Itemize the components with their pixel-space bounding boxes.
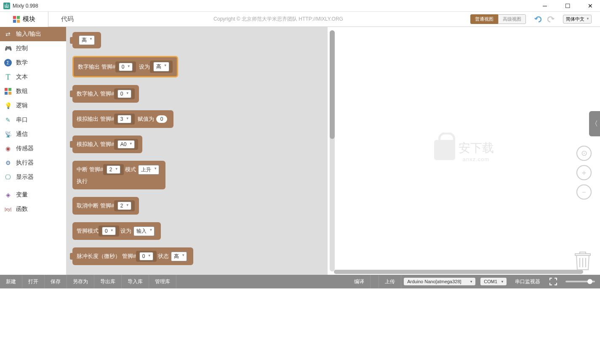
side-panel-handle[interactable]: 〈: [589, 111, 600, 136]
main-area: ⇄输入/输出 🎮控制 Σ数学 T文本 数组 💡逻辑 ✎串口 📡通信 ◉传感器 ⚙…: [0, 27, 600, 275]
satellite-icon: 📡: [4, 130, 12, 138]
upload-button[interactable]: 上传: [379, 275, 401, 288]
center-button[interactable]: ⊙: [576, 146, 592, 161]
category-sidebar: ⇄输入/输出 🎮控制 Σ数学 T文本 数组 💡逻辑 ✎串口 📡通信 ◉传感器 ⚙…: [0, 27, 67, 275]
sidebar-item-array[interactable]: 数组: [0, 84, 66, 98]
high-dropdown[interactable]: 高: [79, 35, 95, 45]
pin-dropdown[interactable]: 3: [117, 115, 131, 123]
compile-button[interactable]: 编译: [348, 275, 371, 288]
chip-icon: [549, 278, 557, 285]
header: 模块 代码 Copyright © 北京师范大学米思齐团队 HTTP://MIX…: [0, 12, 600, 27]
vertical-scrollbar[interactable]: [330, 30, 335, 271]
svg-rect-1: [17, 16, 20, 19]
sidebar-item-comm[interactable]: 📡通信: [0, 127, 66, 141]
tab-module[interactable]: 模块: [0, 12, 48, 27]
trash-button[interactable]: [574, 250, 592, 271]
sidebar-item-function[interactable]: |xy|函数: [0, 202, 66, 216]
svg-rect-0: [13, 16, 16, 19]
zoom-slider[interactable]: [565, 281, 595, 282]
sidebar-item-variable[interactable]: ◈变量: [0, 188, 66, 202]
value-field[interactable]: 0: [156, 115, 168, 123]
canvas-controls: ⊙ ＋ －: [576, 146, 592, 199]
sidebar-item-control[interactable]: 🎮控制: [0, 41, 66, 56]
sidebar-item-actuator[interactable]: ⚙执行器: [0, 156, 66, 170]
manage-lib-button[interactable]: 管理库: [149, 275, 176, 288]
close-button[interactable]: ✕: [584, 2, 597, 10]
text-icon: T: [4, 73, 12, 81]
block-interrupt[interactable]: 中断 管脚# 2 模式 上升 执行: [72, 161, 165, 189]
canvas[interactable]: 安下载 anxz.com: [328, 27, 600, 275]
sidebar-item-sensor[interactable]: ◉传感器: [0, 141, 66, 156]
pin-dropdown[interactable]: 0: [119, 63, 133, 71]
mode-dropdown[interactable]: 输入: [133, 226, 155, 236]
undo-button[interactable]: [534, 15, 543, 24]
block-digital-write[interactable]: 数字输出 管脚# 0 设为 高: [72, 56, 178, 77]
app-title: Mixly 0.998: [13, 3, 38, 9]
pin-dropdown[interactable]: 2: [107, 165, 120, 174]
svg-rect-7: [8, 92, 11, 95]
tab-code[interactable]: 代码: [48, 12, 86, 27]
puzzle-icon: [13, 16, 20, 23]
watermark: 安下载 anxz.com: [434, 140, 494, 162]
sensor-icon: ◉: [4, 145, 12, 152]
sidebar-item-io[interactable]: ⇄输入/输出: [0, 27, 66, 41]
pin-dropdown[interactable]: 0: [102, 227, 116, 235]
svg-rect-2: [13, 19, 16, 22]
board-select[interactable]: Arduino Nano[atmega328]: [404, 278, 475, 285]
block-digital-read[interactable]: 数字输入 管脚# 0: [72, 85, 139, 103]
pin-dropdown[interactable]: 2: [117, 202, 131, 210]
block-analog-read[interactable]: 模拟输入 管脚# A0: [72, 136, 142, 153]
motor-icon: ⚙: [4, 159, 12, 167]
zoom-out-button[interactable]: －: [576, 184, 592, 199]
cube-icon: ◈: [4, 191, 12, 199]
svg-rect-6: [5, 92, 8, 95]
block-analog-write[interactable]: 模拟输出 管脚# 3 赋值为 0: [72, 110, 173, 128]
svg-rect-3: [17, 19, 20, 22]
grid-icon: [4, 88, 12, 95]
zoom-in-button[interactable]: ＋: [576, 165, 592, 180]
state-dropdown[interactable]: 高: [171, 252, 187, 261]
io-icon: ⇄: [4, 30, 12, 38]
minimize-button[interactable]: ─: [539, 2, 551, 10]
svg-rect-5: [8, 88, 11, 91]
value-dropdown[interactable]: 高: [153, 62, 169, 72]
serial-monitor-button[interactable]: 串口监视器: [509, 275, 546, 288]
workspace[interactable]: 高 数字输出 管脚# 0 设为 高 数字输入 管脚# 0 模拟输出 管脚# 3 …: [67, 27, 600, 275]
monitor-icon: 🖵: [4, 173, 12, 181]
sidebar-item-serial[interactable]: ✎串口: [0, 113, 66, 127]
saveas-button[interactable]: 另存为: [67, 275, 94, 288]
function-icon: |xy|: [4, 205, 12, 213]
copyright-text: Copyright © 北京师范大学米思齐团队 HTTP://MIXLY.ORG: [86, 16, 470, 23]
pin-dropdown[interactable]: 0: [139, 252, 153, 260]
save-button[interactable]: 保存: [45, 275, 67, 288]
block-pin-mode[interactable]: 管脚模式 0 设为 输入: [72, 222, 161, 240]
sidebar-item-math[interactable]: Σ数学: [0, 56, 66, 70]
sigma-icon: Σ: [4, 59, 12, 66]
port-select[interactable]: COM1: [480, 278, 507, 285]
pin-dropdown[interactable]: A0: [117, 140, 135, 149]
advanced-view-button[interactable]: 高级视图: [498, 14, 526, 24]
import-lib-button[interactable]: 导入库: [122, 275, 149, 288]
pen-icon: ✎: [4, 116, 12, 124]
output-console: [0, 288, 600, 364]
normal-view-button[interactable]: 普通视图: [470, 14, 498, 24]
sidebar-item-text[interactable]: T文本: [0, 70, 66, 84]
open-button[interactable]: 打开: [22, 275, 45, 288]
block-high-value[interactable]: 高: [72, 32, 101, 48]
sidebar-item-display[interactable]: 🖵显示器: [0, 170, 66, 184]
new-button[interactable]: 新建: [0, 275, 22, 288]
footer-toolbar: 新建 打开 保存 另存为 导出库 导入库 管理库 编译 上传 Arduino N…: [0, 275, 600, 288]
tab-module-label: 模块: [23, 15, 35, 23]
redo-button[interactable]: [546, 15, 555, 24]
horizontal-scrollbar[interactable]: [334, 270, 583, 274]
block-detach-interrupt[interactable]: 取消中断 管脚# 2: [72, 197, 139, 215]
titlebar: 山 Mixly 0.998 ─ ☐ ✕: [0, 0, 600, 12]
pin-dropdown[interactable]: 0: [117, 90, 131, 98]
language-select[interactable]: 简体中文: [563, 15, 592, 24]
maximize-button[interactable]: ☐: [561, 2, 574, 10]
mode-dropdown[interactable]: 上升: [138, 165, 159, 175]
export-lib-button[interactable]: 导出库: [94, 275, 122, 288]
sidebar-item-logic[interactable]: 💡逻辑: [0, 98, 66, 113]
svg-rect-4: [5, 88, 8, 91]
block-pulse-in[interactable]: 脉冲长度（微秒） 管脚# 0 状态 高: [72, 247, 193, 265]
